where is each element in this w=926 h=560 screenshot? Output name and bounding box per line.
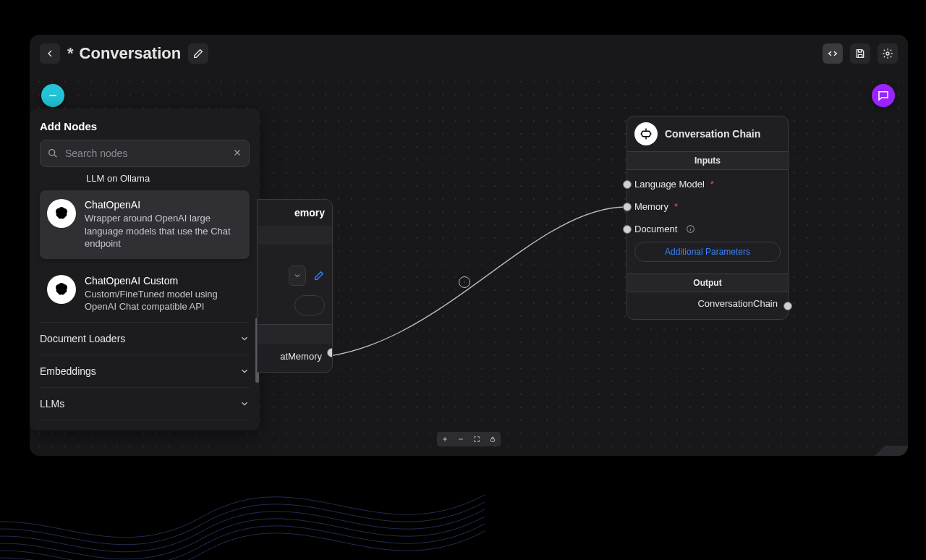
add-nodes-panel: Add Nodes LLM on Ollama ChatOpenAI Wrapp… xyxy=(30,109,260,430)
chevron-down-icon xyxy=(239,366,250,376)
node-conversation-chain-inputs: Language Model * Memory * Document Addit… xyxy=(627,170,788,273)
accordion-embeddings[interactable]: Embeddings xyxy=(40,355,250,387)
accordion-label: Document Loaders xyxy=(40,333,125,344)
node-buffer-memory-output-section xyxy=(258,324,332,344)
pill-field[interactable] xyxy=(294,295,325,315)
list-item-truncated[interactable]: LLM on Ollama xyxy=(40,173,250,183)
chain-icon xyxy=(634,122,658,145)
node-conversation-chain-output-label: Output xyxy=(627,273,788,292)
list-item-chat-openai[interactable]: ChatOpenAI Wrapper around OpenAI large l… xyxy=(40,190,250,259)
code-button[interactable] xyxy=(823,43,843,64)
node-buffer-memory-title: emory xyxy=(294,207,325,219)
app-frame: * Conversation xyxy=(30,35,908,456)
zoom-controls xyxy=(437,432,501,446)
page-title: Conversation xyxy=(80,44,182,63)
list-item-desc: Custom/FineTuned model using OpenAI Chat… xyxy=(85,288,242,313)
node-conversation-chain-header: Conversation Chain xyxy=(627,116,788,151)
resize-grip[interactable] xyxy=(875,446,908,456)
node-conversation-chain-inputs-label: Inputs xyxy=(627,151,788,170)
input-label: Language Model xyxy=(634,179,705,190)
pencil-icon xyxy=(192,48,204,59)
chevron-down-icon xyxy=(239,399,250,409)
settings-button[interactable] xyxy=(878,43,898,64)
input-row-memory: Memory * xyxy=(627,195,788,218)
input-port[interactable] xyxy=(623,203,632,211)
chat-bubble-icon xyxy=(877,89,890,102)
code-icon xyxy=(827,48,838,59)
input-label: Memory xyxy=(634,201,668,212)
accordion-label: LLMs xyxy=(40,398,64,410)
add-nodes-title: Add Nodes xyxy=(30,109,260,140)
list-item-title: ChatOpenAI xyxy=(85,199,242,211)
svg-point-2 xyxy=(49,150,55,156)
accordion-memory[interactable]: Memory xyxy=(40,420,250,430)
edit-field-button[interactable] xyxy=(310,267,328,284)
output-row-conversation-chain: ConversationChain xyxy=(627,292,788,319)
accordion-document-loaders[interactable]: Document Loaders xyxy=(40,322,250,355)
clear-search-button[interactable] xyxy=(232,148,242,158)
chevron-down-icon xyxy=(293,271,302,280)
node-conversation-chain[interactable]: Conversation Chain Inputs Language Model… xyxy=(626,116,789,320)
header-actions xyxy=(823,43,898,64)
node-buffer-memory[interactable]: emory atMemory xyxy=(257,199,333,373)
list-item-chat-openai-custom[interactable]: ChatOpenAI Custom Custom/FineTuned model… xyxy=(40,266,250,322)
output-port[interactable] xyxy=(783,302,792,310)
info-icon[interactable] xyxy=(686,224,695,234)
openai-icon xyxy=(47,199,76,228)
svg-point-0 xyxy=(886,52,889,55)
minus-icon xyxy=(457,435,464,444)
rename-button[interactable] xyxy=(188,43,208,64)
node-buffer-memory-output-label: atMemory xyxy=(258,344,332,362)
unsaved-indicator: * xyxy=(67,44,74,63)
required-asterisk: * xyxy=(710,179,714,190)
close-icon xyxy=(464,279,465,285)
plus-minus-icon xyxy=(46,89,59,102)
save-icon xyxy=(854,48,866,59)
page-title-wrap: * Conversation xyxy=(67,44,181,63)
lock-icon xyxy=(489,435,496,444)
accordion-llms[interactable]: LLMs xyxy=(40,387,250,420)
input-port[interactable] xyxy=(623,180,632,189)
gear-icon xyxy=(882,48,893,59)
list-item-desc: Wrapper around OpenAI large language mod… xyxy=(85,212,242,250)
chevron-left-icon xyxy=(44,48,56,59)
input-row-language-model: Language Model * xyxy=(627,173,788,195)
search-icon xyxy=(47,148,59,159)
lock-button[interactable] xyxy=(485,432,501,446)
input-row-document: Document xyxy=(627,218,788,240)
output-port[interactable] xyxy=(327,348,333,357)
additional-parameters-button[interactable]: Additional Parameters xyxy=(634,242,781,262)
nodes-scroll-area[interactable]: LLM on Ollama ChatOpenAI Wrapper around … xyxy=(30,173,260,430)
zoom-out-button[interactable] xyxy=(453,432,469,446)
fit-view-button[interactable] xyxy=(469,432,485,446)
list-item-title: ChatOpenAI Custom xyxy=(85,275,242,287)
chevron-down-icon xyxy=(239,334,250,344)
required-asterisk: * xyxy=(674,201,678,212)
save-button[interactable] xyxy=(850,43,870,64)
input-label: Document xyxy=(634,224,677,234)
flow-canvas[interactable]: emory atMemory Conve xyxy=(30,72,908,456)
expand-icon xyxy=(473,435,480,444)
topbar: * Conversation xyxy=(30,35,908,72)
svg-rect-3 xyxy=(491,439,495,442)
node-conversation-chain-title: Conversation Chain xyxy=(665,128,760,140)
plus-icon xyxy=(441,435,449,444)
node-buffer-memory-section xyxy=(258,226,332,245)
zoom-in-button[interactable] xyxy=(437,432,453,446)
output-label: ConversationChain xyxy=(697,298,778,309)
search-input[interactable] xyxy=(40,140,250,167)
edit-icon xyxy=(313,270,325,281)
back-button[interactable] xyxy=(40,43,60,64)
add-node-button[interactable] xyxy=(41,84,64,107)
input-port[interactable] xyxy=(623,225,632,234)
openai-icon xyxy=(47,275,76,304)
chat-button[interactable] xyxy=(872,84,895,107)
dropdown-toggle[interactable] xyxy=(289,266,306,286)
add-nodes-search xyxy=(40,140,250,167)
edge-delete-button[interactable] xyxy=(459,276,470,288)
accordion-label: Embeddings xyxy=(40,365,96,377)
